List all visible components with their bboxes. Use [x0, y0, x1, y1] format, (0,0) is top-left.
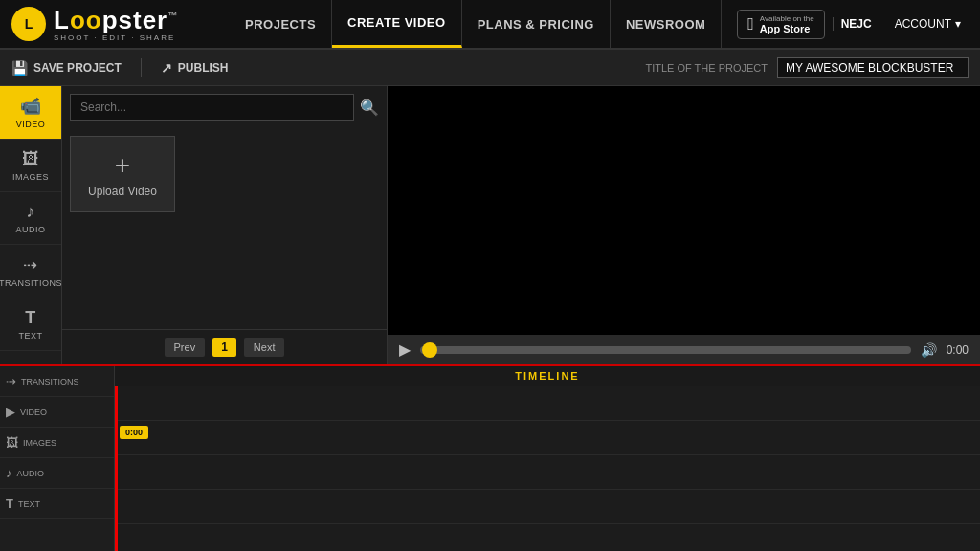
video-icon: 📹: [20, 96, 42, 117]
ts-text-label: TEXT: [18, 499, 40, 509]
sidebar-transitions-label: TRANSITIONS: [0, 278, 62, 288]
ts-transitions-label: TRANSITIONS: [21, 377, 79, 386]
toolbar: 💾 SAVE PROJECT ↗ PUBLISH TITLE OF THE PR…: [0, 50, 980, 86]
playback-bar: ▶ 🔊 0:00: [388, 335, 980, 364]
user-button[interactable]: NEJC: [833, 17, 880, 31]
text-icon: T: [25, 308, 36, 328]
timeline-content: TIMELINE 0:00: [115, 366, 980, 551]
account-button[interactable]: ACCOUNT ▾: [887, 17, 969, 31]
publish-icon: ↗: [161, 60, 172, 76]
nav-links: PROJECTS CREATE VIDEO PLANS & PRICING NE…: [230, 0, 725, 48]
logo-wordmark: Loopster™: [54, 6, 178, 35]
media-panel: 🔍 + Upload Video Prev 1 Next: [62, 86, 388, 364]
upload-label: Upload Video: [88, 185, 157, 198]
search-input[interactable]: [70, 94, 354, 121]
save-icon: 💾: [11, 60, 28, 76]
logo-tm: ™: [167, 11, 178, 21]
project-title-input[interactable]: [777, 57, 969, 78]
sidebar-images-label: IMAGES: [12, 172, 49, 182]
apple-icon: : [747, 14, 754, 34]
save-label: SAVE PROJECT: [33, 61, 122, 75]
next-button[interactable]: Next: [244, 338, 285, 357]
ts-text-icon: T: [6, 496, 13, 511]
project-title-area: TITLE OF THE PROJECT: [645, 57, 969, 78]
pagination: Prev 1 Next: [62, 329, 387, 364]
progress-thumb[interactable]: [422, 342, 437, 358]
sidebar-video-label: VIDEO: [16, 120, 46, 129]
chevron-down-icon: ▾: [955, 17, 961, 31]
progress-bar[interactable]: [420, 346, 911, 354]
search-bar: 🔍: [62, 86, 387, 128]
timeline-text[interactable]: T TEXT: [0, 489, 114, 519]
sidebar-item-transitions[interactable]: ⇢ TRANSITIONS: [0, 245, 61, 298]
video-preview: [388, 86, 980, 335]
transitions-icon: ⇢: [23, 254, 38, 276]
publish-button[interactable]: ↗ PUBLISH: [161, 60, 229, 76]
media-grid: + Upload Video: [62, 128, 387, 329]
appstore-sub: Available on the: [760, 14, 814, 23]
logo[interactable]: L Loopster™ SHOOT · EDIT · SHARE: [0, 0, 230, 48]
save-project-button[interactable]: 💾 SAVE PROJECT: [11, 60, 122, 76]
nav-create-video[interactable]: CREATE VIDEO: [332, 0, 462, 48]
sidebar-item-video[interactable]: 📹 VIDEO: [0, 86, 61, 140]
track-transitions: [115, 386, 980, 421]
appstore-text: Available on the App Store: [760, 14, 814, 34]
page-number: 1: [212, 338, 236, 357]
upload-video-tile[interactable]: + Upload Video: [70, 136, 175, 212]
timeline-header: TIMELINE: [115, 366, 980, 386]
volume-icon[interactable]: 🔊: [921, 342, 937, 358]
audio-icon: ♪: [26, 202, 35, 222]
playhead-line: [115, 386, 118, 551]
ts-audio-label: AUDIO: [17, 469, 45, 478]
main-area: 📹 VIDEO 🖼 IMAGES ♪ AUDIO ⇢ TRANSITIONS T…: [0, 86, 980, 364]
sidebar-audio-label: AUDIO: [15, 225, 45, 234]
timeline-transitions[interactable]: ⇢ TRANSITIONS: [0, 366, 114, 397]
nav-plans-pricing[interactable]: PLANS & PRICING: [462, 0, 611, 48]
timeline-sidebar: ⇢ TRANSITIONS ▶ VIDEO 🖼 IMAGES ♪ AUDIO T…: [0, 366, 115, 551]
ts-video-label: VIDEO: [20, 408, 47, 417]
timeline-images[interactable]: 🖼 IMAGES: [0, 428, 114, 458]
title-label: TITLE OF THE PROJECT: [645, 62, 768, 74]
track-images: [115, 455, 980, 490]
track-text: [115, 524, 980, 551]
track-audio: [115, 490, 980, 524]
sidebar-item-audio[interactable]: ♪ AUDIO: [0, 192, 61, 245]
appstore-button[interactable]:  Available on the App Store: [737, 10, 824, 39]
preview-panel: ▶ 🔊 0:00: [388, 86, 980, 364]
sidebar-item-images[interactable]: 🖼 IMAGES: [0, 140, 61, 192]
top-navigation: L Loopster™ SHOOT · EDIT · SHARE PROJECT…: [0, 0, 980, 50]
logo-text-group: Loopster™ SHOOT · EDIT · SHARE: [54, 6, 178, 42]
logo-tagline: SHOOT · EDIT · SHARE: [54, 33, 178, 42]
sidebar-text-label: TEXT: [18, 331, 42, 341]
appstore-label: App Store: [760, 23, 814, 34]
track-video: 0:00: [115, 421, 980, 455]
logo-icon: L: [11, 7, 46, 41]
publish-label: PUBLISH: [178, 61, 229, 75]
account-label: ACCOUNT: [895, 17, 951, 31]
nav-newsroom[interactable]: NEWSROOM: [611, 0, 722, 48]
sidebar-item-text[interactable]: T TEXT: [0, 298, 61, 351]
ts-audio-icon: ♪: [6, 466, 12, 480]
ts-images-icon: 🖼: [6, 435, 18, 450]
upload-plus-icon: +: [115, 150, 130, 181]
timeline-tracks: 0:00: [115, 386, 980, 551]
ts-images-label: IMAGES: [23, 438, 56, 448]
video-clip[interactable]: 0:00: [120, 426, 148, 439]
nav-right:  Available on the App Store NEJC ACCOUN…: [725, 10, 980, 39]
prev-button[interactable]: Prev: [165, 338, 206, 357]
time-display: 0:00: [947, 343, 969, 357]
ts-transitions-icon: ⇢: [6, 374, 16, 388]
search-icon[interactable]: 🔍: [360, 99, 379, 117]
sidebar: 📹 VIDEO 🖼 IMAGES ♪ AUDIO ⇢ TRANSITIONS T…: [0, 86, 62, 364]
toolbar-divider: [141, 58, 142, 77]
timeline-audio[interactable]: ♪ AUDIO: [0, 458, 114, 489]
timeline-video[interactable]: ▶ VIDEO: [0, 397, 114, 428]
images-icon: 🖼: [22, 149, 40, 169]
timeline-section: ⇢ TRANSITIONS ▶ VIDEO 🖼 IMAGES ♪ AUDIO T…: [0, 364, 980, 551]
nav-projects[interactable]: PROJECTS: [230, 0, 332, 48]
ts-video-icon: ▶: [6, 405, 15, 419]
play-button[interactable]: ▶: [399, 341, 411, 359]
